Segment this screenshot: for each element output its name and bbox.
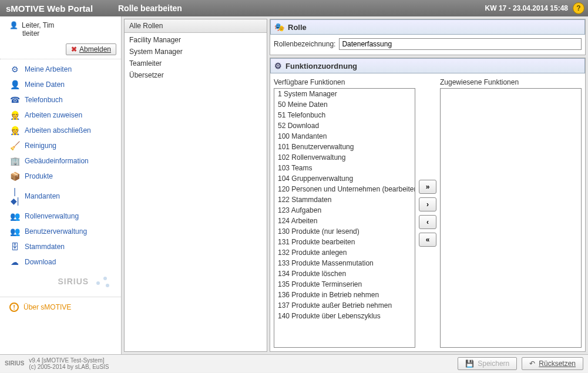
function-item[interactable]: 130 Produkte (nur lesend): [274, 226, 415, 237]
nav-label: Rollenverwaltung: [25, 212, 79, 220]
function-item[interactable]: 132 Produkte anlegen: [274, 247, 415, 258]
app-logo: sMOTIVE Web Portal: [4, 4, 118, 14]
date-display: KW 17 - 23.04.2014 15:48: [485, 4, 568, 12]
roles-list: Facility ManagerSystem ManagerTeamleiter…: [125, 33, 267, 82]
nav-icon: 🏢: [9, 156, 20, 166]
nav-icon: 👥: [9, 227, 20, 236]
nav-label: Produkte: [25, 172, 53, 180]
nav-icon: 👷: [9, 126, 20, 135]
logout-button[interactable]: ✖ Abmelden: [66, 43, 116, 55]
nav-list: ⚙Meine Arbeiten👤Meine Daten☎Telefonbuch👷…: [0, 59, 121, 272]
nav-label: Stammdaten: [25, 243, 65, 251]
help-button[interactable]: ?: [573, 2, 584, 14]
nav-item[interactable]: 👷Arbeiten zuweisen: [0, 107, 121, 123]
nav-label: Arbeiten zuweisen: [25, 111, 82, 119]
nav-item[interactable]: ☎Telefonbuch: [0, 92, 121, 107]
function-item[interactable]: 135 Produkte Terminserien: [274, 279, 415, 290]
function-item[interactable]: 137 Produkte außer Betrieb nehmen: [274, 300, 415, 311]
nav-item[interactable]: 🧹Reinigung: [0, 138, 121, 153]
nav-icon: |◆|: [9, 187, 20, 206]
role-item[interactable]: Facility Manager: [125, 34, 267, 46]
nav-label: Meine Arbeiten: [25, 65, 72, 73]
nav-label: Gebäudeinformation: [25, 157, 89, 165]
nav-icon: 👷: [9, 110, 20, 120]
page-title: Rolle bearbeiten: [118, 4, 485, 13]
nav-label: Benutzerverwaltung: [25, 227, 87, 236]
nav-item[interactable]: ☁Download: [0, 254, 121, 270]
nav-label: Reinigung: [25, 142, 56, 150]
nav-icon: 📦: [9, 172, 20, 181]
nav-icon: 🗄: [9, 242, 20, 251]
about-link[interactable]: ! Über sMOTIVE: [0, 300, 121, 315]
function-section: ⚙ Funktionzuordnung Verfügbare Funktione…: [270, 58, 586, 352]
function-item[interactable]: 52 Download: [274, 120, 415, 131]
nav-item[interactable]: 📦Produkte: [0, 169, 121, 184]
nav-item[interactable]: 👷Arbeiten abschließen: [0, 123, 121, 138]
role-item[interactable]: System Manager: [125, 46, 267, 58]
nav-icon: 🧹: [9, 141, 20, 150]
function-item[interactable]: 51 Telefonbuch: [274, 110, 415, 120]
nav-item[interactable]: 🏢Gebäudeinformation: [0, 153, 121, 169]
save-button[interactable]: 💾 Speichern: [458, 357, 517, 370]
nav-item[interactable]: ⚙Meine Arbeiten: [0, 62, 121, 77]
move-right-button[interactable]: ›: [419, 197, 436, 211]
nav-label: Telefonbuch: [25, 96, 63, 104]
nav-icon: 👥: [9, 211, 20, 221]
role-item[interactable]: Übersetzer: [125, 69, 267, 81]
role-item[interactable]: Teamleiter: [125, 58, 267, 69]
user-icon: 👤: [9, 21, 18, 29]
function-item[interactable]: 103 Teams: [274, 163, 415, 173]
function-item[interactable]: 124 Arbeiten: [274, 216, 415, 226]
sirius-logo: SIRIUS: [0, 272, 121, 297]
function-item[interactable]: 102 Rollenverwaltung: [274, 152, 415, 163]
roles-header: Alle Rollen: [125, 19, 267, 33]
function-item[interactable]: 136 Produkte in Betrieb nehmen: [274, 290, 415, 300]
nav-item[interactable]: 🗄Stammdaten: [0, 239, 121, 254]
nav-label: Download: [25, 258, 56, 266]
role-section: 🎭 Rolle Rollenbezeichnung:: [270, 19, 586, 55]
topbar: sMOTIVE Web Portal Rolle bearbeiten KW 1…: [0, 0, 588, 16]
footer: SIRIUS v9.4 [sMOTIVE Test-System] (c) 20…: [0, 354, 588, 372]
assigned-label: Zugewiesene Funktionen: [440, 78, 582, 88]
function-item[interactable]: 131 Produkte bearbeiten: [274, 237, 415, 247]
available-functions-list[interactable]: 1 System Manager50 Meine Daten51 Telefon…: [274, 88, 415, 348]
assigned-functions-list[interactable]: [440, 88, 582, 348]
function-item[interactable]: 101 Benutzerverwaltung: [274, 142, 415, 152]
nav-item[interactable]: 👥Rollenverwaltung: [0, 209, 121, 224]
about-label: Über sMOTIVE: [23, 303, 71, 311]
user-login: tleiter: [9, 29, 115, 38]
function-item[interactable]: 50 Meine Daten: [274, 99, 415, 110]
nav-label: Arbeiten abschließen: [25, 126, 91, 135]
function-item[interactable]: 123 Aufgaben: [274, 205, 415, 216]
function-item[interactable]: 133 Produkte Massenmutation: [274, 258, 415, 268]
user-name: Leiter, Tim: [22, 21, 54, 29]
function-item[interactable]: 122 Stammdaten: [274, 194, 415, 205]
nav-item[interactable]: 👥Benutzerverwaltung: [0, 224, 121, 239]
function-item[interactable]: 120 Personen und Unternehmen (bearbeiten…: [274, 184, 415, 194]
masks-icon: 🎭: [274, 22, 284, 32]
move-left-button[interactable]: ‹: [419, 215, 436, 229]
function-item[interactable]: 1 System Manager: [274, 89, 415, 99]
move-all-right-button[interactable]: »: [419, 180, 436, 194]
role-name-input[interactable]: [339, 38, 582, 50]
function-item[interactable]: 100 Mandanten: [274, 131, 415, 142]
move-all-left-button[interactable]: «: [419, 233, 436, 247]
reset-button[interactable]: ↶ Rücksetzen: [522, 357, 583, 370]
footer-version: v9.4 [sMOTIVE Test-System]: [29, 357, 109, 364]
transfer-buttons: » › ‹ «: [419, 78, 436, 348]
footer-copyright: (c) 2005-2014 by sLAB, EuSIS: [29, 364, 109, 370]
function-item[interactable]: 134 Produkte löschen: [274, 268, 415, 279]
nav-icon: ☎: [9, 95, 20, 105]
nav-item[interactable]: 👤Meine Daten: [0, 77, 121, 92]
footer-logo: SIRIUS: [5, 360, 24, 367]
sidebar: 👤 Leiter, Tim tleiter ✖ Abmelden ⚙Meine …: [0, 16, 122, 354]
role-name-label: Rollenbezeichnung:: [274, 40, 335, 48]
nav-label: Meine Daten: [25, 80, 65, 89]
function-item[interactable]: 140 Produkte über Lebenszyklus: [274, 311, 415, 321]
info-icon: !: [9, 303, 19, 312]
function-item[interactable]: 104 Gruppenverwaltung: [274, 173, 415, 184]
roles-panel: Alle Rollen Facility ManagerSystem Manag…: [124, 19, 267, 352]
nav-item[interactable]: |◆|Mandanten: [0, 184, 121, 209]
available-label: Verfügbare Funktionen: [274, 78, 415, 88]
undo-icon: ↶: [529, 359, 535, 368]
